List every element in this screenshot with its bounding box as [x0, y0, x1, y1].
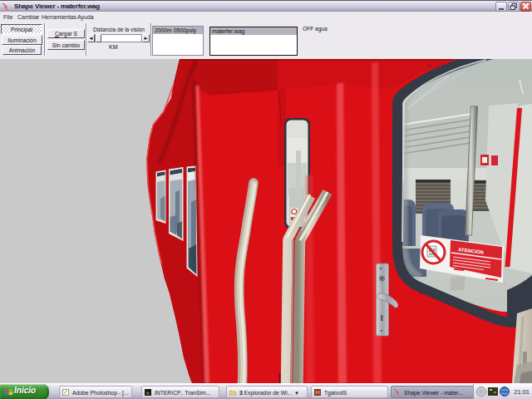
svg-text:h: h	[146, 391, 149, 396]
